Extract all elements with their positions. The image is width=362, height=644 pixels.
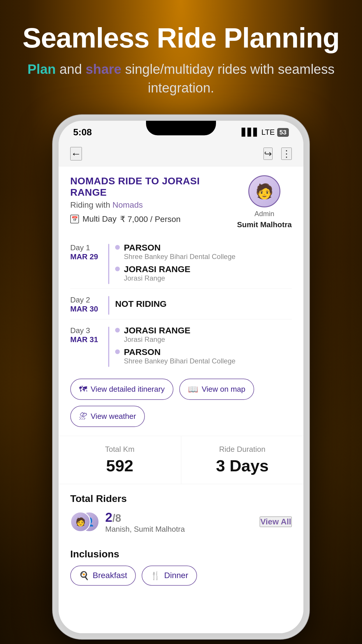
- day-1-date: MAR 29: [70, 252, 102, 261]
- ride-group-prefix: Riding with: [70, 200, 113, 209]
- route-stops-1: PARSON Shree Bankey Bihari Dental Colleg…: [115, 241, 292, 284]
- day-row-3: Day 3 MAR 31 JORASI RANGE: [70, 321, 292, 370]
- riders-header: Total Riders: [70, 493, 292, 504]
- riders-info: 2/8 Manish, Sumit Malhotra: [105, 510, 254, 534]
- status-icons: ▋▋▋ LTE 53: [242, 128, 289, 137]
- phone-screen: 5:08 ▋▋▋ LTE 53 ← ↪ ⋮: [59, 121, 303, 633]
- ride-type: Multi Day: [82, 214, 117, 224]
- nav-bar: ← ↪ ⋮: [59, 141, 303, 167]
- nav-actions: ↪ ⋮: [263, 148, 292, 160]
- riders-total: /8: [112, 512, 121, 524]
- action-buttons: 🗺 View detailed itinerary 📖 View on map …: [59, 370, 303, 436]
- notch: [146, 121, 216, 135]
- breakfast-label: Breakfast: [93, 571, 127, 580]
- stop-content: PARSON Shree Bankey Bihari Dental Colleg…: [124, 243, 236, 261]
- inclusion-chip-dinner: 🍴 Dinner: [142, 566, 197, 586]
- total-km-stat: Total Km 592: [59, 436, 181, 484]
- view-itinerary-button[interactable]: 🗺 View detailed itinerary: [70, 379, 173, 400]
- stop-item: JORASI RANGE Jorasi Range: [115, 262, 292, 284]
- itinerary-section: Day 1 MAR 29 PARSON: [59, 238, 303, 370]
- stop-desc: Jorasi Range: [124, 274, 190, 282]
- inclusion-chip-breakfast: 🍳 Breakfast: [70, 566, 136, 586]
- duration-stat: Ride Duration 3 Days: [181, 436, 304, 484]
- total-km-label: Total Km: [64, 445, 175, 454]
- admin-avatar: 🧑: [248, 175, 280, 207]
- day-divider: [70, 288, 292, 289]
- share-button[interactable]: ↪: [263, 148, 273, 160]
- ride-header: NOMADS RIDE TO JORASI RANGE Riding with …: [59, 167, 303, 238]
- back-button[interactable]: ←: [70, 147, 82, 160]
- total-km-value: 592: [64, 456, 175, 475]
- signal-icon: ▋▋▋: [242, 128, 259, 137]
- itinerary-icon: 🗺: [79, 384, 87, 394]
- menu-button[interactable]: ⋮: [281, 148, 292, 160]
- admin-name: Sumit Malhotra: [237, 220, 292, 229]
- hero-title: Seamless Ride Planning: [17, 23, 345, 53]
- day-2-label: Day 2 MAR 30: [70, 293, 102, 315]
- stop-item: JORASI RANGE Jorasi Range: [115, 324, 292, 345]
- phone-mockup: 5:08 ▋▋▋ LTE 53 ← ↪ ⋮: [53, 115, 309, 639]
- stop-dot: [115, 267, 120, 271]
- view-all-button[interactable]: View All: [260, 517, 292, 527]
- route-line-2: [108, 293, 109, 315]
- highlight-plan: Plan: [27, 62, 56, 77]
- stop-name: PARSON: [124, 347, 236, 357]
- status-bar: 5:08 ▋▋▋ LTE 53: [59, 121, 303, 141]
- stop-dot: [115, 328, 120, 332]
- breakfast-icon: 🍳: [79, 571, 89, 580]
- duration-value: 3 Days: [187, 456, 298, 475]
- stop-content: PARSON Shree Bankey Bihari Dental Colleg…: [124, 347, 236, 365]
- day-2-date: MAR 30: [70, 304, 102, 314]
- day-3-number: Day 3: [70, 326, 102, 335]
- stop-item: PARSON Shree Bankey Bihari Dental Colleg…: [115, 241, 292, 262]
- map-icon: 📖: [188, 384, 198, 394]
- duration-label: Ride Duration: [187, 445, 298, 454]
- not-riding-label: NOT RIDING: [115, 293, 292, 315]
- day-2-number: Day 2: [70, 295, 102, 304]
- stop-name: JORASI RANGE: [124, 264, 190, 274]
- riders-current: 2: [105, 510, 112, 524]
- day-row-2: Day 2 MAR 30 NOT RIDING: [70, 290, 292, 318]
- day-divider: [70, 319, 292, 319]
- route-line-bar-3: [108, 327, 109, 367]
- route-stops-3: JORASI RANGE Jorasi Range PARSON Shree B…: [115, 324, 292, 367]
- admin-label: Admin: [254, 210, 274, 218]
- riders-section: Total Riders 🧑 👤 2/8 Manish, Sumit Malho: [59, 484, 303, 542]
- status-time: 5:08: [73, 127, 92, 138]
- riders-avatars: 🧑 👤: [70, 512, 99, 532]
- rider-avatar-1: 🧑: [70, 512, 91, 532]
- stop-name: PARSON: [124, 243, 236, 253]
- stop-desc: Shree Bankey Bihari Dental College: [124, 357, 236, 365]
- day-3-label: Day 3 MAR 31: [70, 324, 102, 367]
- stop-desc: Jorasi Range: [124, 335, 190, 344]
- ride-group-link[interactable]: Nomads: [113, 200, 143, 209]
- stop-dot: [115, 349, 120, 354]
- view-weather-label: View weather: [91, 412, 136, 421]
- day-1-number: Day 1: [70, 243, 102, 252]
- ride-info: NOMADS RIDE TO JORASI RANGE Riding with …: [70, 175, 237, 224]
- highlight-share: share: [86, 62, 122, 77]
- ride-price: ₹ 7,000 / Person: [120, 214, 181, 224]
- day-3-date: MAR 31: [70, 335, 102, 344]
- ride-meta: 📅 Multi Day ₹ 7,000 / Person: [70, 214, 237, 224]
- app-content: NOMADS RIDE TO JORASI RANGE Riding with …: [59, 167, 303, 633]
- hero-section: Seamless Ride Planning Plan and share si…: [0, 0, 362, 109]
- battery-badge: 53: [277, 128, 289, 137]
- riders-row: 🧑 👤 2/8 Manish, Sumit Malhotra View All: [70, 510, 292, 534]
- riders-count: 2/8: [105, 510, 254, 525]
- route-line-bar-2: [108, 296, 109, 315]
- stop-dot: [115, 245, 120, 250]
- day-row-1: Day 1 MAR 29 PARSON: [70, 238, 292, 287]
- ride-group: Riding with Nomads: [70, 200, 237, 210]
- route-line-1: [108, 241, 109, 284]
- view-map-button[interactable]: 📖 View on map: [179, 379, 254, 400]
- inclusions-header: Inclusions: [70, 548, 292, 560]
- weather-icon: ⛈: [79, 412, 87, 421]
- hero-subtitle: Plan and share single/multiday rides wit…: [17, 60, 345, 97]
- lte-label: LTE: [261, 128, 275, 137]
- day-1-label: Day 1 MAR 29: [70, 241, 102, 284]
- view-weather-button[interactable]: ⛈ View weather: [70, 406, 145, 427]
- dinner-label: Dinner: [164, 571, 188, 580]
- stop-name: JORASI RANGE: [124, 326, 190, 335]
- inclusions-chips: 🍳 Breakfast 🍴 Dinner: [70, 566, 292, 586]
